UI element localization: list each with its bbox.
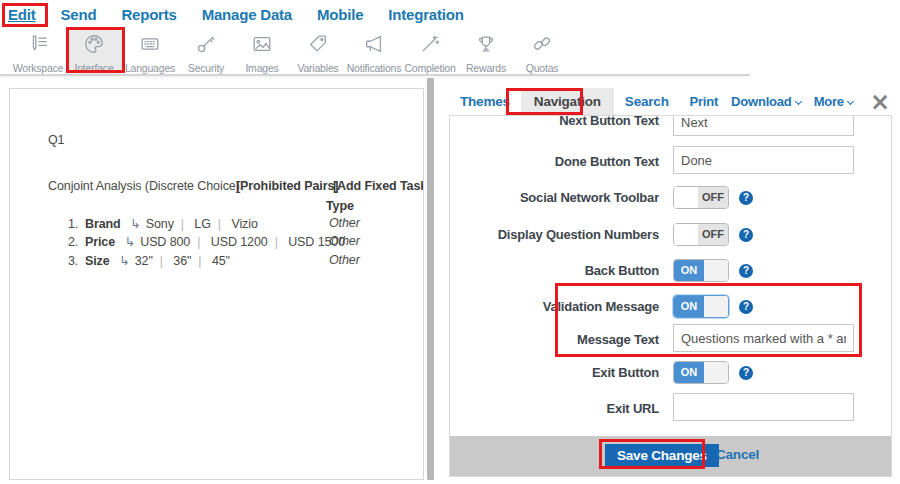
toolbar-item-label: Notifications: [347, 62, 402, 74]
print-link[interactable]: Print: [689, 94, 718, 109]
toolbar-item-languages[interactable]: Languages: [122, 28, 178, 74]
cancel-link[interactable]: Cancel: [716, 447, 759, 462]
add-fixed-tasks-link[interactable]: [Add Fixed Tasks: [333, 179, 424, 193]
save-changes-button[interactable]: Save Changes: [605, 444, 719, 467]
toggle-off-label: OFF: [698, 187, 728, 208]
toggle-on-label: ON: [674, 260, 704, 281]
navigation-settings-form: Next Button Text Done Button Text Social…: [449, 115, 892, 477]
nav-item-send[interactable]: Send: [61, 6, 97, 23]
attribute-row: 1. Brand ↳ Sony| LG| Vizio Other: [68, 216, 423, 233]
toolbar-item-label: Completion: [404, 62, 455, 74]
separator: |: [268, 235, 285, 249]
nav-item-reports[interactable]: Reports: [121, 6, 176, 23]
attribute-level: 36": [173, 254, 191, 268]
prohibited-pairs-link[interactable]: [Prohibited Pairs]: [236, 179, 338, 193]
tab-themes[interactable]: Themes: [449, 88, 521, 115]
level-arrow-icon: ↳: [118, 234, 136, 249]
nav-item-mobile[interactable]: Mobile: [317, 6, 363, 23]
more-menu[interactable]: More: [814, 94, 853, 109]
exit-url-label: Exit URL: [450, 401, 659, 416]
toolbar-item-completion[interactable]: Completion: [402, 28, 458, 74]
toggle-off-label: OFF: [698, 224, 728, 245]
panel-actions: Print Download More ×: [689, 88, 890, 115]
toolbar-item-label: Rewards: [466, 62, 506, 74]
toggle-on-label: ON: [674, 362, 704, 383]
exit-url-input[interactable]: [673, 393, 854, 421]
toolbar-item-label: Languages: [125, 62, 175, 74]
separator: |: [190, 235, 207, 249]
done-button-text-input[interactable]: [673, 146, 854, 174]
exit-button-toggle[interactable]: ON: [673, 361, 729, 384]
toolbar-item-rewards[interactable]: Rewards: [458, 28, 514, 74]
settings-tabs: Themes Navigation Search: [449, 88, 680, 115]
toolbar-item-label: Workspace: [13, 62, 64, 74]
attribute-row: 2. Price ↳ USD 800| USD 1200| USD 1500 O…: [68, 234, 423, 251]
attribute-level: USD 800: [140, 235, 190, 249]
help-icon[interactable]: ?: [739, 191, 753, 205]
attribute-level: Sony: [146, 217, 174, 231]
help-icon[interactable]: ?: [739, 228, 753, 242]
toolbar-item-workspace[interactable]: Workspace: [10, 28, 66, 74]
toolbar-item-quotas[interactable]: Quotas: [514, 28, 570, 74]
attribute-row: 3. Size ↳ 32"| 36"| 45" Other: [68, 253, 423, 270]
message-text-input[interactable]: [673, 324, 854, 352]
chevron-down-icon: [795, 98, 802, 105]
toolbar-item-interface[interactable]: Interface: [66, 28, 122, 74]
attribute-name: Size: [85, 254, 110, 268]
separator: |: [211, 217, 228, 231]
pen-list-icon: [27, 33, 49, 59]
attribute-index: 3.: [68, 254, 78, 268]
attribute-level: LG: [194, 217, 210, 231]
download-menu[interactable]: Download: [731, 94, 801, 109]
tab-search[interactable]: Search: [614, 88, 680, 115]
form-footer: Save Changes Cancel: [450, 436, 891, 476]
tag-icon: [307, 33, 329, 59]
display-question-numbers-toggle[interactable]: OFF: [673, 223, 729, 246]
attribute-level: USD 1200: [211, 235, 268, 249]
nav-item-manage-data[interactable]: Manage Data: [202, 6, 292, 23]
level-arrow-icon: ↳: [113, 253, 131, 268]
toolbar-item-label: Images: [245, 62, 278, 74]
back-button-toggle[interactable]: ON: [673, 259, 729, 282]
toolbar-item-notifications[interactable]: Notifications: [346, 28, 402, 74]
toggle-on-label: ON: [674, 296, 704, 317]
nav-item-edit[interactable]: Edit: [8, 6, 36, 23]
megaphone-icon: [363, 33, 385, 59]
attribute-name: Brand: [85, 217, 121, 231]
magic-wand-icon: [419, 33, 441, 59]
exit-button-label: Exit Button: [450, 365, 659, 380]
validation-message-toggle[interactable]: ON: [673, 295, 729, 318]
next-button-text-input[interactable]: [673, 115, 854, 136]
question-type-label: Conjoint Analysis (Discrete Choice): [48, 179, 240, 193]
help-icon[interactable]: ?: [739, 300, 753, 314]
chevron-down-icon: [847, 98, 854, 105]
message-text-label: Message Text: [450, 332, 659, 347]
edit-toolbar: Workspace Interface Languages Security I…: [10, 28, 570, 74]
toolbar-item-label: Interface: [74, 62, 113, 74]
tab-navigation[interactable]: Navigation: [521, 88, 614, 115]
separator: |: [191, 254, 208, 268]
keyboard-icon: [139, 33, 161, 59]
attribute-type: Other: [329, 234, 360, 248]
social-network-toolbar-label: Social Network Toolbar: [450, 190, 659, 205]
help-icon[interactable]: ?: [739, 366, 753, 380]
back-button-label: Back Button: [450, 263, 659, 278]
attribute-index: 2.: [68, 235, 78, 249]
nav-item-integration[interactable]: Integration: [388, 6, 463, 23]
attribute-index: 1.: [68, 217, 78, 231]
settings-panel-header: Themes Navigation Search Print Download …: [449, 88, 900, 115]
toolbar-item-security[interactable]: Security: [178, 28, 234, 74]
validation-message-label: Validation Message: [450, 299, 659, 314]
social-network-toolbar-toggle[interactable]: OFF: [673, 186, 729, 209]
toolbar-item-label: Variables: [297, 62, 338, 74]
attribute-type: Other: [329, 253, 360, 267]
help-icon[interactable]: ?: [739, 264, 753, 278]
toolbar-item-images[interactable]: Images: [234, 28, 290, 74]
toolbar-item-variables[interactable]: Variables: [290, 28, 346, 74]
palette-icon: [83, 33, 105, 59]
close-icon[interactable]: ×: [870, 92, 890, 112]
key-icon: [195, 33, 217, 59]
trophy-icon: [475, 33, 497, 59]
survey-preview-panel: Q1 Conjoint Analysis (Discrete Choice) […: [9, 88, 424, 480]
vertical-scrollbar[interactable]: [427, 78, 434, 480]
